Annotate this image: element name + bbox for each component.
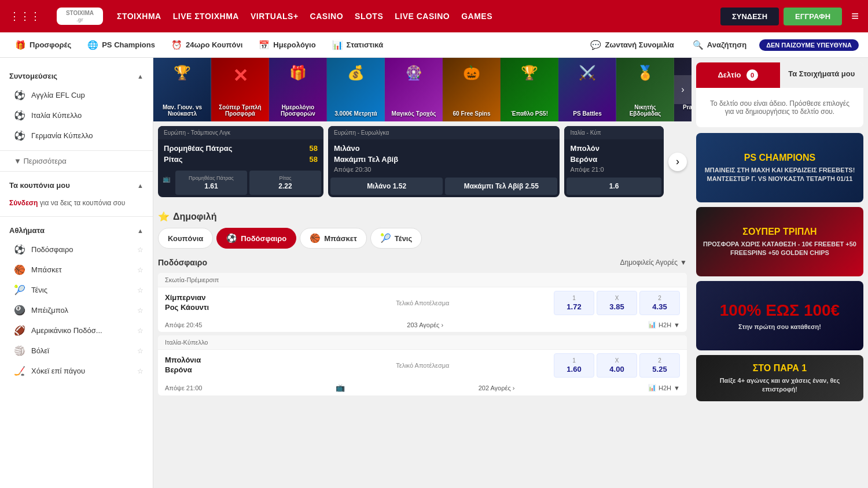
trophy-icon: 🏆 xyxy=(174,65,191,81)
main-layout: Συντομεύσεις ▲ ⚽ Αγγλία EFL Cup ⚽ Ιταλία… xyxy=(0,58,868,488)
register-button[interactable]: ΕΓΓΡΑΦΗ xyxy=(784,8,842,25)
popular-header: ⭐ Δημοφιλή xyxy=(158,211,687,222)
matches-next-button[interactable]: › xyxy=(668,153,687,171)
carousel-item-nikitis[interactable]: 🏅 Νικητής Εβδομάδας xyxy=(616,58,674,121)
odd-team-1b: Ρίτας xyxy=(252,175,319,181)
sidebar-item-efl-cup[interactable]: ⚽ Αγγλία EFL Cup xyxy=(0,85,153,105)
shortcuts-header[interactable]: Συντομεύσεις ▲ xyxy=(0,67,153,85)
sports-chevron: ▲ xyxy=(137,227,144,234)
promo-banner-super-triple[interactable]: ΣΟΥΠΕΡ ΤΡΙΠΛΗ ΠΡΟΣΦΟΡΑ ΧΩΡΙΣ ΚΑΤΑΘΕΣΗ - … xyxy=(696,207,863,276)
promo-title-2: ΣΟΥΠΕΡ ΤΡΙΠΛΗ xyxy=(702,227,858,237)
sidebar-sport-hockey[interactable]: 🏒 Χόκεϊ επί πάγου ☆ xyxy=(0,361,153,381)
sport-label-row: Ποδόσφαιρο Δημοφιλείς Αγορές ▼ xyxy=(158,254,687,271)
nav-live-casino[interactable]: LIVE CASINO xyxy=(395,9,450,23)
h2h-link-2[interactable]: 📊 H2H ▼ xyxy=(648,384,680,391)
tab-football[interactable]: ⚽ Ποδόσφαιρο xyxy=(216,228,296,249)
hamburger-icon[interactable]: ≡ xyxy=(851,9,859,24)
nav-live-stoixima[interactable]: LIVE ΣΤΟΙΧΗΜΑ xyxy=(173,9,239,23)
betslip-tab-mybets[interactable]: Τα Στοιχήματά μου xyxy=(780,62,864,88)
shortcuts-section: Συντομεύσεις ▲ ⚽ Αγγλία EFL Cup ⚽ Ιταλία… xyxy=(0,65,153,148)
logo-text: STOIXIMA xyxy=(61,10,98,17)
sidebar-sport-tennis[interactable]: 🎾 Τένις ☆ xyxy=(0,280,153,300)
offers-icon: 🎁 xyxy=(15,40,26,50)
promo-banner-para1[interactable]: ΣΤΟ ΠΑΡΑ 1 Παίξε 4+ αγώνες και αν χάσεις… xyxy=(696,355,863,401)
responsible-gaming-badge[interactable]: ΔΕΝ ΠΑΙΖΟΥΜΕ ΥΠΕΥΘΥΝΑ xyxy=(759,39,859,51)
odd-btn-2b[interactable]: Μακάμπι Τελ Αβίβ 2.55 xyxy=(445,178,557,195)
nav-offers[interactable]: 🎁 Προσφορές xyxy=(9,38,77,53)
promo-title-4: ΣΤΟ ΠΑΡΑ 1 xyxy=(702,363,858,374)
nav-search[interactable]: 🔍 Αναζήτηση xyxy=(687,38,752,53)
odd-cell-x-2[interactable]: Χ 4.00 xyxy=(597,353,637,378)
coupons-login-link[interactable]: Σύνδεση xyxy=(9,199,38,207)
match-team1-1: Προμηθέας Πάτρας 58 xyxy=(164,144,318,153)
sidebar-sport-basketball[interactable]: 🏀 Μπάσκετ ☆ xyxy=(0,260,153,280)
markets-link-1[interactable]: 203 Αγορές › xyxy=(407,321,443,328)
popular-markets-dropdown[interactable]: Δημοφιλείς Αγορές ▼ xyxy=(620,258,687,267)
betslip-card: Δελτίο 0 Τα Στοιχήματά μου Το δελτίο σου… xyxy=(696,62,863,127)
promo-inner-4: ΣΤΟ ΠΑΡΑ 1 Παίξε 4+ αγώνες και αν χάσεις… xyxy=(696,355,863,401)
carousel-label-6: Έπαθλο PS5! xyxy=(501,110,558,117)
sidebar-more[interactable]: ▼ Περισσότερα xyxy=(0,153,153,169)
wheel-icon: 🎡 xyxy=(405,65,422,81)
sidebar-sport-volleyball[interactable]: 🏐 Βόλεϊ ☆ xyxy=(0,341,153,361)
odd-cell-2-2[interactable]: 2 5.25 xyxy=(639,353,680,378)
tab-tennis[interactable]: 🎾 Τένις xyxy=(370,228,422,249)
nav-games[interactable]: GAMES xyxy=(461,9,492,23)
carousel-item-trick-treat[interactable]: 🎃 60 Free Spins xyxy=(443,58,501,121)
carousel-next-button[interactable]: › xyxy=(674,75,692,104)
match-team1-2: Μιλάνο xyxy=(334,144,554,153)
sidebar-sport-american-football[interactable]: 🏈 Αμερικάνικο Ποδόσ... ☆ xyxy=(0,320,153,341)
carousel-item-offers[interactable]: 🎁 Ημερολόγιο Προσφορών xyxy=(269,58,327,121)
markets-link-2[interactable]: 202 Αγορές › xyxy=(479,385,515,391)
carousel-item-battles[interactable]: ⚔️ PS Battles xyxy=(558,58,616,121)
nav-stoixima[interactable]: ΣΤΟΙΧΗΜΑ xyxy=(117,9,161,23)
match-card-1: Ευρώπη - Τσάμπιονς Λιγκ Προμηθέας Πάτρας… xyxy=(158,126,323,197)
odd-cell-1-2[interactable]: 1 1.60 xyxy=(554,353,594,378)
logo[interactable]: STOIXIMA .gr xyxy=(57,8,103,25)
x-icon: ✕ xyxy=(233,65,248,87)
promo-banner-ps-champions[interactable]: PS CHAMPIONS ΜΠΑΙΝΕΙΣ ΣΤΗ ΜΑΧΗ ΚΑΙ ΚΕΡΔΙ… xyxy=(696,133,863,202)
grid-icon[interactable]: ⋮⋮⋮ xyxy=(9,10,41,23)
carousel-item-cash[interactable]: 💰 3.000€ Μετρητά xyxy=(327,58,385,121)
sidebar-sport-baseball[interactable]: 🎱 Μπέιζμπολ ☆ xyxy=(0,300,153,320)
nav-casino[interactable]: CASINO xyxy=(310,9,343,23)
sidebar-item-italy-cup[interactable]: ⚽ Ιταλία Κύπελλο xyxy=(0,105,153,125)
odd-btn-2a[interactable]: Μιλάνο 1.52 xyxy=(330,178,443,195)
sidebar-sport-football[interactable]: ⚽ Ποδόσφαιρο ☆ xyxy=(0,239,153,260)
carousel-item-ps-champions[interactable]: 🏆 Μαν. Γιουν. vs Νιούκαστλ xyxy=(153,58,211,121)
nav-virtuals[interactable]: VIRTUALS+ xyxy=(251,9,299,23)
nav-ps-champions[interactable]: 🌐 PS Champions xyxy=(82,38,161,53)
nav-slots[interactable]: SLOTS xyxy=(355,9,383,23)
odd-value-x-1: 3.85 xyxy=(609,302,624,311)
odd-btn-1a[interactable]: Προμηθέας Πάτρας 1.61 xyxy=(175,171,247,195)
bet-league-1: Σκωτία-Πρέμιερσιπ xyxy=(158,273,687,287)
nav-24h-coupon[interactable]: ⏰ 24ωρο Κουπόνι xyxy=(165,38,248,53)
odd-btn-3a[interactable]: 1.6 xyxy=(567,178,661,195)
sidebar-item-germany-cup[interactable]: ⚽ Γερμανία Κύπελλο xyxy=(0,125,153,146)
team1-name-1: Προμηθέας Πάτρας xyxy=(164,144,233,153)
sports-header[interactable]: Αθλήματα ▲ xyxy=(0,221,153,239)
login-button[interactable]: ΣΥΝΔΕΣΗ xyxy=(720,8,779,25)
promo-banner-100[interactable]: 100% ΕΩΣ 100€ Στην πρώτη σου κατάθεση! xyxy=(696,281,863,350)
carousel-item-epathlo[interactable]: 🏆 Έπαθλο PS5! xyxy=(501,58,558,121)
coupons-header[interactable]: Τα κουπόνια μου ▲ xyxy=(0,176,153,194)
carousel-item-super-triple[interactable]: ✕ Σούπερ Τριπλή Προσφορά xyxy=(211,58,269,121)
carousel-item-lucky-wheel[interactable]: 🎡 Μαγικός Τροχός xyxy=(385,58,443,121)
team1-name-2: Μιλάνο xyxy=(334,144,360,153)
h2h-link-1[interactable]: 📊 H2H ▼ xyxy=(648,321,680,328)
odd-cell-1-1[interactable]: 1 1.72 xyxy=(554,291,594,315)
statistics-icon: 📊 xyxy=(332,40,343,50)
odd-cell-2-1[interactable]: 2 4.35 xyxy=(639,291,680,315)
match-team1-3: Μπολόν xyxy=(570,144,658,153)
trophy-icon-2: 🏆 xyxy=(521,65,538,81)
odd-cell-x-1[interactable]: Χ 3.85 xyxy=(597,291,637,315)
nav-statistics[interactable]: 📊 Στατιστικά xyxy=(326,38,389,53)
odd-btn-1b[interactable]: Ρίτας 2.22 xyxy=(249,171,321,195)
promo-inner-3: 100% ΕΩΣ 100€ Στην πρώτη σου κατάθεση! xyxy=(696,281,863,350)
money-icon: 💰 xyxy=(347,65,365,81)
tab-coupons[interactable]: Κουπόνια xyxy=(158,228,213,249)
betslip-tab-active[interactable]: Δελτίο 0 xyxy=(696,62,780,88)
tab-basketball[interactable]: 🏀 Μπάσκετ xyxy=(300,228,367,249)
nav-calendar[interactable]: 📅 Ημερολόγιο xyxy=(253,38,321,53)
nav-live-chat[interactable]: 💬 Ζωντανή Συνομιλία xyxy=(584,38,679,53)
